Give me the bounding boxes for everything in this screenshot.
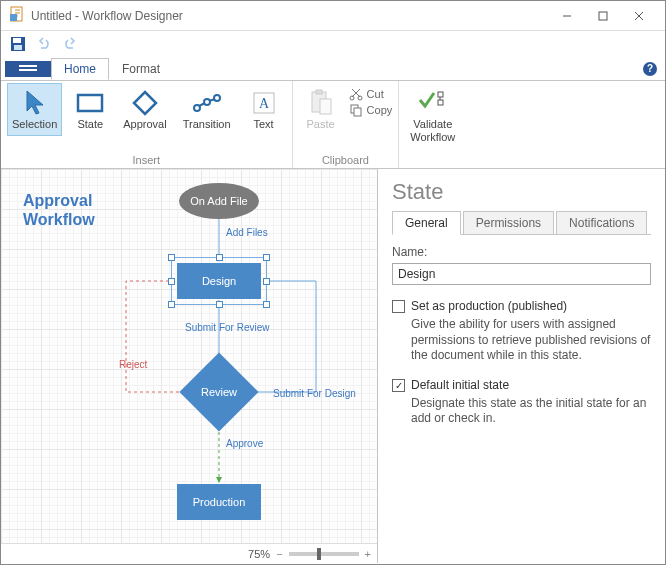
edge-approve: Approve (226, 438, 263, 449)
svg-rect-4 (13, 38, 21, 43)
help-icon[interactable]: ? (643, 62, 657, 76)
close-button[interactable] (621, 2, 657, 30)
app-icon (9, 6, 25, 25)
svg-rect-20 (354, 108, 361, 116)
svg-rect-15 (316, 90, 322, 94)
node-design[interactable]: Design (177, 263, 261, 299)
workspace: Approval Workflow Add Files Submit For R… (1, 169, 665, 563)
state-button[interactable]: State (68, 83, 112, 136)
initial-checkbox-row[interactable]: ✓ Default initial state (392, 378, 651, 392)
copy-icon (349, 103, 363, 117)
node-production[interactable]: Production (177, 484, 261, 520)
tab-general[interactable]: General (392, 211, 461, 235)
window-title: Untitled - Workflow Designer (31, 9, 549, 23)
tab-notifications[interactable]: Notifications (556, 211, 647, 235)
panel-tabs: General Permissions Notifications (392, 211, 651, 235)
maximize-button[interactable] (585, 2, 621, 30)
name-label: Name: (392, 245, 651, 259)
svg-rect-22 (438, 100, 443, 105)
zoom-slider[interactable] (289, 552, 359, 556)
approval-button[interactable]: Approval (118, 83, 171, 136)
initial-desc: Designate this state as the initial stat… (411, 396, 651, 427)
copy-button[interactable]: Copy (349, 103, 393, 117)
file-tab[interactable] (5, 61, 51, 77)
name-field[interactable] (392, 263, 651, 285)
svg-text:A: A (259, 96, 270, 111)
tab-home[interactable]: Home (51, 58, 109, 80)
svg-point-11 (214, 95, 220, 101)
svg-rect-21 (438, 92, 443, 97)
validate-button[interactable]: Validate Workflow (405, 83, 460, 148)
svg-rect-6 (19, 65, 37, 67)
edge-submit-review: Submit For Review (185, 322, 269, 333)
initial-checkbox[interactable]: ✓ (392, 379, 405, 392)
save-button[interactable] (7, 33, 29, 55)
svg-rect-5 (14, 45, 22, 50)
ribbon-group-insert: Selection State Approval Transition A Te… (1, 81, 293, 168)
title-bar: Untitled - Workflow Designer (1, 1, 665, 31)
production-checkbox[interactable] (392, 300, 405, 313)
ribbon: Selection State Approval Transition A Te… (1, 81, 665, 169)
cut-button[interactable]: Cut (349, 87, 393, 101)
ribbon-group-validate: Validate Workflow (399, 81, 466, 168)
svg-rect-2 (599, 12, 607, 20)
edge-add-files: Add Files (226, 227, 268, 238)
paste-button[interactable]: Paste (299, 83, 343, 136)
ribbon-tabs: Home Format ? (1, 57, 665, 81)
svg-rect-16 (320, 99, 331, 114)
undo-button[interactable] (33, 33, 55, 55)
scissors-icon (349, 87, 363, 101)
redo-button[interactable] (59, 33, 81, 55)
panel-title: State (392, 179, 651, 205)
canvas[interactable]: Approval Workflow Add Files Submit For R… (1, 169, 378, 563)
svg-rect-1 (10, 14, 17, 21)
svg-rect-7 (19, 69, 37, 71)
node-review[interactable]: Review (191, 364, 247, 420)
properties-panel: State General Permissions Notifications … (378, 169, 665, 563)
node-start[interactable]: On Add File (179, 183, 259, 219)
zoom-value: 75% (248, 548, 270, 560)
status-bar: 75% − + (1, 543, 377, 563)
production-checkbox-row[interactable]: Set as production (published) (392, 299, 651, 313)
production-desc: Give the ability for users with assigned… (411, 317, 651, 364)
selection-button[interactable]: Selection (7, 83, 62, 136)
edge-submit-design: Submit For Design (273, 388, 356, 399)
tab-format[interactable]: Format (109, 58, 173, 80)
transition-button[interactable]: Transition (178, 83, 236, 136)
edge-reject: Reject (119, 359, 147, 370)
minimize-button[interactable] (549, 2, 585, 30)
svg-rect-8 (78, 95, 102, 111)
quick-access-toolbar (1, 31, 665, 57)
text-button[interactable]: A Text (242, 83, 286, 136)
ribbon-group-clipboard: Paste Cut Copy Clipboard (293, 81, 400, 168)
tab-permissions[interactable]: Permissions (463, 211, 554, 235)
